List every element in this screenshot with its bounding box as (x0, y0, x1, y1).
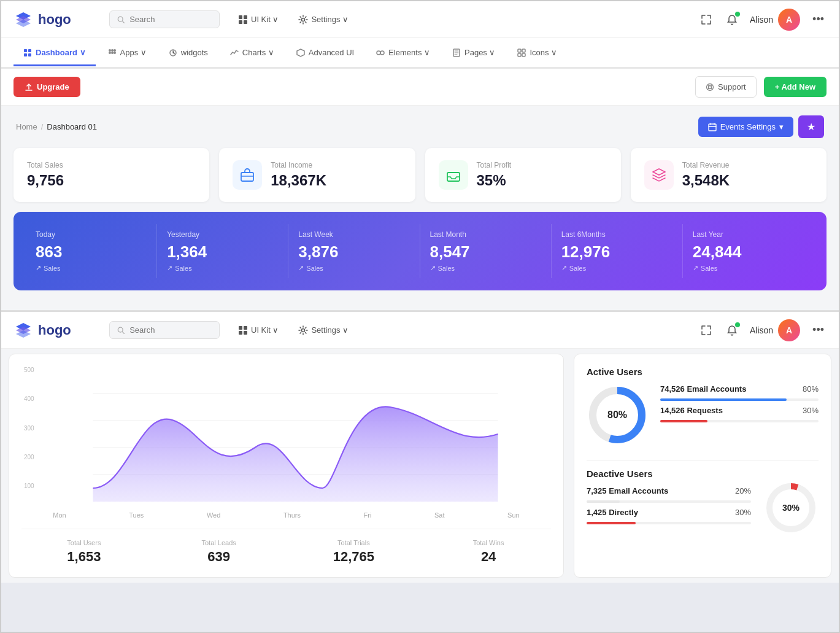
nav-charts[interactable]: Charts ∨ (220, 41, 284, 66)
x-sat: Sat (434, 511, 445, 519)
ui-kit-btn[interactable]: UI Kit ∨ (229, 10, 287, 29)
period-lastmonth-label: Last Month (430, 230, 541, 239)
deactive-label-1: 7,325 Email Accounts (587, 486, 668, 495)
svg-rect-26 (709, 124, 716, 131)
trend-icon-2: ↗ (167, 264, 172, 272)
expand-btn-2[interactable] (698, 322, 714, 338)
settings-label: Settings ∨ (311, 15, 349, 24)
stats-row: Total Sales 9,756 Total Income (13, 148, 827, 202)
stat-card-profit: Total Profit 35% (425, 148, 621, 202)
dashboard-icon (23, 49, 32, 57)
settings-btn[interactable]: Settings ∨ (290, 10, 357, 29)
events-btn-label: Events Settings (720, 122, 776, 131)
period-yesterday: Yesterday 1,364 ↗ Sales (157, 224, 288, 278)
nav-elements[interactable]: Elements ∨ (366, 41, 440, 66)
svg-point-11 (111, 49, 114, 52)
notification-wrapper-2 (724, 322, 740, 338)
layers-icon (652, 168, 666, 182)
nav-apps[interactable]: Apps ∨ (98, 41, 156, 66)
period-lastyear-label: Last Year (693, 230, 804, 239)
deactive-pct-2: 30% (735, 508, 751, 517)
svg-point-15 (114, 52, 116, 54)
stat-info-revenue: Total Revenue 3,548K (682, 161, 813, 189)
upgrade-label: Upgrade (37, 82, 69, 91)
main-content: Home / Dashboard 01 Events Settings ▾ (1, 106, 839, 310)
nav-dashboard-label: Dashboard ∨ (36, 48, 86, 57)
breadcrumb-separator: / (41, 122, 44, 131)
x-fri: Fri (364, 511, 372, 519)
nav-advanced-ui[interactable]: Advanced UI (287, 41, 364, 66)
nav-widgets[interactable]: widgots (159, 41, 218, 66)
active-fill-2 (660, 420, 707, 422)
active-donut-pct: 80% (607, 410, 627, 421)
nav-icons[interactable]: Icons ∨ (507, 41, 567, 66)
svg-rect-32 (239, 331, 242, 335)
events-settings-button[interactable]: Events Settings ▾ (698, 117, 793, 137)
expand-btn[interactable] (698, 12, 714, 28)
add-new-button[interactable]: + Add New (764, 77, 827, 97)
deactive-users-title: Deactive Users (587, 468, 819, 479)
upgrade-button[interactable]: Upgrade (13, 77, 80, 97)
search-input-2[interactable] (129, 325, 212, 335)
search-input[interactable] (129, 15, 212, 24)
y-100: 100 (24, 483, 34, 489)
more-btn[interactable]: ••• (810, 10, 827, 28)
stat-label-profit: Total Profit (477, 161, 607, 169)
ui-kit-btn-2[interactable]: UI Kit ∨ (229, 321, 287, 340)
nav-dashboard[interactable]: Dashboard ∨ (13, 41, 96, 66)
period-last6months-value: 12,976 (561, 243, 672, 262)
elements-icon (376, 49, 385, 57)
top-section: hogo UI Kit ∨ (1, 1, 839, 311)
header-nav: UI Kit ∨ Settings ∨ (229, 10, 688, 29)
breadcrumb-home[interactable]: Home (16, 122, 37, 131)
user-info[interactable]: Alison A (750, 9, 800, 31)
logo[interactable]: hogo (13, 11, 99, 28)
search-box[interactable] (109, 10, 220, 28)
period-lastmonth-sub: ↗ Sales (430, 264, 541, 272)
nav-pages-label: Pages ∨ (464, 48, 495, 57)
x-wed: Wed (207, 511, 220, 519)
svg-rect-27 (241, 173, 253, 181)
deactive-fill-1 (587, 500, 620, 503)
apps-icon (108, 49, 117, 57)
star-button[interactable]: ★ (798, 115, 824, 138)
trend-icon: ↗ (36, 264, 41, 272)
period-lastweek-value: 3,876 (298, 243, 409, 262)
period-yesterday-label: Yesterday (167, 230, 278, 239)
period-today: Today 863 ↗ Sales (26, 224, 157, 278)
svg-point-5 (302, 18, 305, 21)
stat-label-sales: Total Sales (27, 161, 196, 169)
chart-stat-wins-value: 24 (426, 549, 551, 565)
nav-charts-label: Charts ∨ (242, 48, 274, 57)
nav-pages[interactable]: Pages ∨ (442, 41, 505, 66)
expand-icon-2 (701, 325, 712, 336)
search-box-2[interactable] (109, 321, 220, 339)
chart-x-labels: Mon Tues Wed Thurs Fri Sat Sun (21, 511, 551, 519)
period-last6months-sub: ↗ Sales (561, 264, 672, 272)
advanced-icon (296, 49, 305, 57)
svg-rect-33 (244, 331, 247, 335)
period-yesterday-sub: ↗ Sales (167, 264, 278, 272)
deactive-label-2: 1,425 Directly (587, 508, 638, 517)
period-lastweek-label: Last Week (298, 230, 409, 239)
chart-stat-wins: Total Wins 24 (426, 539, 551, 565)
svg-point-10 (109, 49, 111, 52)
nav-bar: Dashboard ∨ Apps ∨ widgots (1, 38, 839, 69)
user-info-2[interactable]: Alison A (750, 319, 800, 341)
support-icon (706, 83, 714, 91)
svg-rect-2 (244, 15, 247, 19)
svg-rect-21 (522, 49, 525, 52)
period-lastyear-sub: ↗ Sales (693, 264, 804, 272)
settings-btn-2[interactable]: Settings ∨ (290, 321, 357, 340)
chart-stat-wins-label: Total Wins (426, 539, 551, 546)
chart-icon (230, 49, 239, 57)
second-viewport: hogo UI Kit ∨ (1, 311, 839, 583)
user-name: Alison (750, 15, 773, 25)
deactive-pct-1: 20% (735, 486, 751, 495)
logo-2[interactable]: hogo (13, 322, 99, 339)
support-button[interactable]: Support (695, 76, 757, 98)
active-donut: 80% (587, 384, 648, 446)
more-btn-2[interactable]: ••• (810, 321, 827, 339)
gear-icon-2 (298, 325, 308, 335)
nav-elements-label: Elements ∨ (388, 48, 430, 57)
